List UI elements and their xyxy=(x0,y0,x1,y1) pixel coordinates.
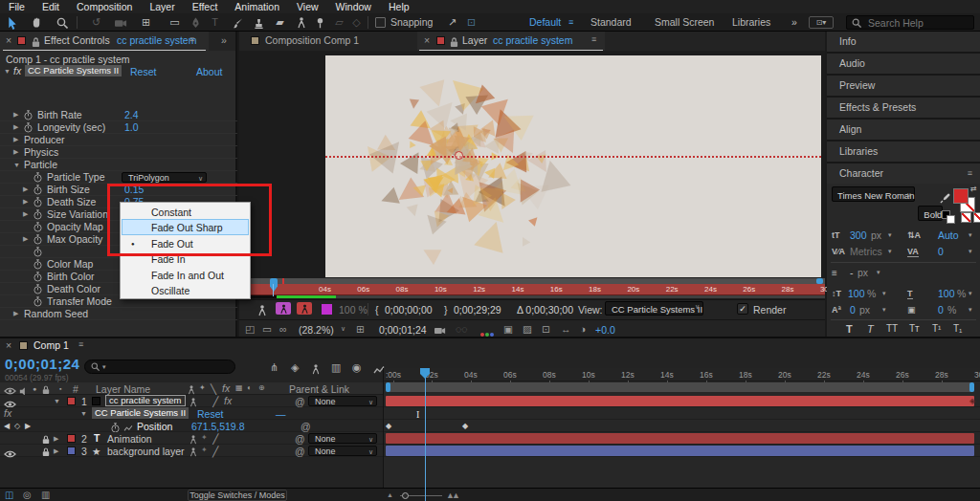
tab-composition[interactable]: Composition Comp 1 xyxy=(265,34,359,46)
exposure-icon[interactable]: ◑ xyxy=(580,323,586,335)
lasso-tool-icon[interactable]: ◇ xyxy=(348,15,365,30)
font-style-dropdown[interactable]: Bold∨ xyxy=(918,206,943,221)
menu-item[interactable]: Layer xyxy=(141,0,183,13)
disclosure-arrow[interactable] xyxy=(13,111,24,119)
stopwatch-icon[interactable] xyxy=(33,295,47,308)
motion-blur-switch-icon[interactable]: ◐ xyxy=(247,383,252,392)
layer-name[interactable]: Animation xyxy=(107,433,152,445)
panel-header[interactable]: Audio xyxy=(827,54,980,74)
rotation-tool-icon[interactable]: ↺ xyxy=(88,15,104,30)
lock-icon[interactable] xyxy=(42,446,50,457)
expand-transfer-controls-icon[interactable]: ◎ xyxy=(23,490,32,500)
chevron-down-icon[interactable]: ▾ xyxy=(888,248,892,255)
panel-header[interactable]: Info xyxy=(827,32,980,52)
parent-dropdown[interactable]: None∨ xyxy=(308,396,377,406)
superscript-button[interactable]: T¹ xyxy=(932,323,941,334)
shape-path-tool-icon[interactable]: ▱ xyxy=(331,15,347,30)
snap-box-icon[interactable]: ⊡ xyxy=(463,15,479,30)
workspace-tab-standard[interactable]: Standard xyxy=(590,16,632,29)
stopwatch-icon[interactable] xyxy=(33,208,47,221)
chevron-down-icon[interactable]: ▾ xyxy=(969,290,972,297)
faux-bold-button[interactable]: T xyxy=(846,323,853,335)
stopwatch-icon[interactable] xyxy=(33,233,47,246)
panel-header[interactable]: Libraries xyxy=(827,142,980,162)
frame-blend-switch-icon[interactable]: ▦ xyxy=(235,383,243,392)
chevron-down-icon[interactable]: ▾ xyxy=(969,306,972,314)
current-time[interactable]: 0;00;01;24 xyxy=(379,324,427,336)
goggles-icon[interactable]: ∞ xyxy=(279,323,287,335)
menu-item[interactable]: Help xyxy=(380,0,418,13)
property-pickwhip-icon[interactable]: @ xyxy=(301,421,311,432)
pixel-motion-icon[interactable] xyxy=(258,304,266,316)
chevron-down-icon[interactable]: ▾ xyxy=(882,306,886,314)
monitor-icon[interactable]: ▭ xyxy=(262,323,272,335)
current-timecode[interactable]: 0;00;01;24 xyxy=(5,356,79,372)
close-icon[interactable]: × xyxy=(6,339,11,351)
timeline-zoom-knob[interactable] xyxy=(402,492,409,499)
channel-swatch[interactable] xyxy=(322,304,332,315)
chevron-down-icon[interactable]: ▾ xyxy=(969,248,972,255)
collapse-switch-icon[interactable]: ✦ xyxy=(201,446,208,454)
view-dropdown[interactable]: CC Particle Systems II∨ xyxy=(605,301,703,316)
no-stroke-icon[interactable] xyxy=(973,212,980,223)
hand-tool-icon[interactable] xyxy=(29,15,45,30)
layer-time-ruler[interactable]: 04s06s08s10s12s14s16s18s20s22s24s26s28s3… xyxy=(241,284,825,295)
effect-header-row[interactable]: ▼ fx CC Particle Systems II Reset About xyxy=(0,65,237,77)
layer-bar-3[interactable] xyxy=(386,446,974,456)
chevron-down-icon[interactable]: ▾ xyxy=(877,269,880,276)
menu-item[interactable]: Animation xyxy=(226,0,288,13)
selection-tool-icon[interactable] xyxy=(4,15,20,30)
eye-icon[interactable] xyxy=(4,447,16,459)
position-value[interactable]: 671.5,519.8 xyxy=(191,421,244,432)
workspace-tab-default[interactable]: Default xyxy=(529,16,561,29)
disclosure-arrow[interactable] xyxy=(13,136,24,143)
layer-label-chip[interactable] xyxy=(67,434,76,443)
collapse-switch-icon[interactable]: ✦ xyxy=(199,383,206,392)
disclosure-arrow[interactable] xyxy=(13,310,24,317)
pen-tool-icon[interactable] xyxy=(188,15,204,30)
composition-flowchart-icon[interactable]: ⋔ xyxy=(270,361,278,374)
frame-blending-icon[interactable]: ▥ xyxy=(331,361,341,374)
work-area-end-handle[interactable] xyxy=(969,382,974,392)
snapshot-camera-icon[interactable] xyxy=(434,323,446,335)
baseline-shift-value[interactable]: 0 xyxy=(850,304,856,316)
subscript-button[interactable]: T₁ xyxy=(953,323,962,334)
workspace-overflow-icon[interactable]: » xyxy=(791,16,797,29)
in-bracket-icon[interactable]: { xyxy=(375,304,379,316)
menu-item[interactable]: Window xyxy=(327,0,380,13)
exposure-value[interactable]: +0.0 xyxy=(595,324,615,336)
disclosure-arrow[interactable] xyxy=(23,210,33,218)
dropdown-menu-item[interactable]: Oscillate xyxy=(122,282,249,297)
parent-link-column-label[interactable]: Parent & Link xyxy=(289,383,349,395)
workspace-tab-small-screen[interactable]: Small Screen xyxy=(655,16,714,29)
lock-column-icon[interactable] xyxy=(42,383,50,395)
label-column-icon[interactable]: ▪ xyxy=(59,385,61,392)
layer-name-column-label[interactable]: Layer Name xyxy=(96,383,150,395)
panel-header[interactable]: Effects & Presets xyxy=(827,98,980,118)
font-family-dropdown[interactable]: Times New Roman∨ xyxy=(832,186,915,202)
effect-name[interactable]: CC Particle Systems II xyxy=(25,65,122,76)
stopwatch-icon[interactable] xyxy=(33,184,47,196)
no-motion-blur-icon[interactable] xyxy=(297,302,312,315)
property-dropdown[interactable]: TriPolygon∨ xyxy=(122,172,207,183)
menu-item[interactable]: File xyxy=(0,0,33,13)
zoom-level[interactable]: (28.2%) xyxy=(299,324,334,336)
position-keyframe-track[interactable] xyxy=(386,421,974,431)
disclosure-arrow[interactable]: ▼ xyxy=(4,68,11,75)
menu-item[interactable]: Composition xyxy=(68,0,141,13)
layer-bar-1[interactable] xyxy=(386,396,974,406)
layer-label-chip[interactable] xyxy=(67,397,76,405)
render-checkbox[interactable]: ✓ xyxy=(737,303,748,315)
zoom-in-mountains-icon[interactable]: ▲▲ xyxy=(446,490,457,500)
vertical-scale-value[interactable]: 100 xyxy=(848,288,865,299)
help-search-input[interactable] xyxy=(866,16,962,30)
workspace-manager-button[interactable]: ⊡▾ xyxy=(809,16,834,29)
stopwatch-icon[interactable] xyxy=(24,121,37,134)
snapping-checkbox[interactable] xyxy=(375,17,386,28)
position-property-row[interactable]: ◀ ◇ ▶ Position 671.5,519.8 @ xyxy=(0,420,383,432)
pan-behind-tool-icon[interactable]: ⊞ xyxy=(138,15,154,30)
menu-item[interactable]: Effect xyxy=(184,0,227,13)
eraser-tool-icon[interactable]: ▰ xyxy=(272,15,288,30)
panel-header[interactable]: Align xyxy=(827,120,980,140)
tsume-value[interactable]: 0 xyxy=(938,304,944,316)
